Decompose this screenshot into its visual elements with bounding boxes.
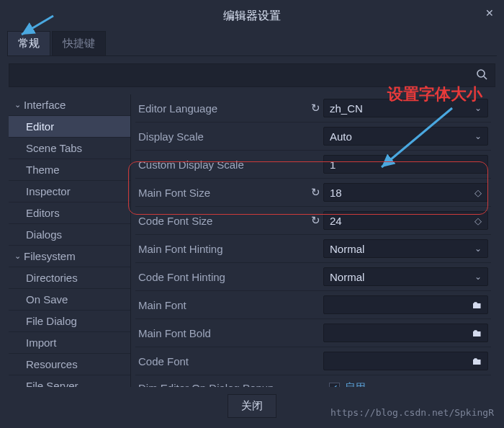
setting-label: Main Font Bold [138,327,307,339]
category-filesystem[interactable]: ⌄Filesystem [9,246,130,267]
setting-label: Custom Display Scale [138,159,307,171]
custom-display-scale-input[interactable]: 1 [323,155,488,174]
window-title: 编辑器设置 [223,9,281,22]
setting-label: Editor Language [138,102,307,115]
row-custom-display-scale: Custom Display Scale 1 [135,151,491,179]
setting-label: Main Font Hinting [138,243,307,255]
dim-editor-checkbox[interactable]: ✔启用 [323,380,488,387]
main-area: ⌄Interface Editor Scene Tabs Theme Inspe… [9,94,495,387]
titlebar: 编辑器设置 ✕ [7,6,497,31]
chevron-down-icon: ⌄ [474,131,482,141]
sidebar-item-resources[interactable]: Resources [9,354,130,375]
code-font-file-picker[interactable]: 🖿 [323,352,488,370]
setting-label: Code Font [138,355,307,367]
setting-label: Main Font [138,299,307,311]
row-main-font: Main Font 🖿 [135,291,491,319]
row-editor-language: Editor Language ↻ zh_CN⌄ [135,94,491,122]
search-icon [476,68,487,82]
category-interface[interactable]: ⌄Interface [9,94,130,116]
row-main-font-size: Main Font Size ↻ 18◇ [135,179,491,207]
sidebar-item-inspector[interactable]: Inspector [9,181,130,202]
caret-down-icon: ⌄ [14,251,21,261]
sidebar-item-on-save[interactable]: On Save [9,289,130,311]
window-close-button[interactable]: ✕ [485,7,494,19]
reset-icon[interactable]: ↻ [307,186,323,199]
setting-label: Code Font Size [138,215,307,227]
sidebar: ⌄Interface Editor Scene Tabs Theme Inspe… [9,94,131,387]
setting-label: Display Scale [138,130,307,143]
sidebar-item-directories[interactable]: Directories [9,267,130,289]
caret-down-icon: ⌄ [14,100,21,110]
main-font-file-picker[interactable]: 🖿 [323,295,488,314]
sidebar-item-editor[interactable]: Editor [9,116,130,138]
checkbox-icon: ✔ [329,383,340,387]
row-display-scale: Display Scale Auto⌄ [135,122,491,151]
folder-icon[interactable]: 🖿 [472,355,482,367]
tab-general[interactable]: 常规 [7,31,50,55]
reset-icon[interactable]: ↻ [307,214,323,227]
main-font-hinting-dropdown[interactable]: Normal⌄ [323,239,488,258]
settings-panel: Editor Language ↻ zh_CN⌄ Display Scale A… [131,94,495,387]
sidebar-item-file-dialog[interactable]: File Dialog [9,311,130,332]
setting-label: Main Font Size [138,187,307,199]
tabs: 常规 快捷键 [7,31,497,56]
folder-icon[interactable]: 🖿 [472,299,482,311]
folder-icon[interactable]: 🖿 [472,327,482,339]
sidebar-item-dialogs[interactable]: Dialogs [9,224,130,246]
sidebar-item-scene-tabs[interactable]: Scene Tabs [9,138,130,159]
main-font-size-spinner[interactable]: 18◇ [323,183,488,202]
row-code-font-size: Code Font Size ↻ 24◇ [135,207,491,235]
row-code-font-hinting: Code Font Hinting Normal⌄ [135,263,491,291]
search-bar[interactable] [9,63,495,87]
editor-language-dropdown[interactable]: zh_CN⌄ [323,99,488,117]
sidebar-item-import[interactable]: Import [9,332,130,354]
display-scale-dropdown[interactable]: Auto⌄ [323,127,488,146]
chevron-down-icon: ⌄ [474,244,482,254]
row-dim-editor-popup: Dim Editor On Dialog Popup ✔启用 [135,375,491,387]
chevron-down-icon: ⌄ [474,272,482,282]
spinner-icon[interactable]: ◇ [474,215,482,226]
row-code-font: Code Font 🖿 [135,347,491,375]
chevron-down-icon: ⌄ [474,103,482,113]
watermark: https://blog.csdn.net/SpkingR [330,407,494,418]
code-font-hinting-dropdown[interactable]: Normal⌄ [323,267,488,286]
reset-icon[interactable]: ↻ [307,102,323,115]
row-main-font-hinting: Main Font Hinting Normal⌄ [135,235,491,263]
code-font-size-spinner[interactable]: 24◇ [323,211,488,230]
tab-shortcuts[interactable]: 快捷键 [52,31,106,55]
sidebar-item-file-server[interactable]: File Server [9,375,130,387]
svg-line-1 [484,76,487,79]
main-font-bold-file-picker[interactable]: 🖿 [323,324,488,342]
sidebar-item-theme[interactable]: Theme [9,159,130,181]
svg-point-0 [477,70,485,77]
row-main-font-bold: Main Font Bold 🖿 [135,319,491,347]
setting-label: Dim Editor On Dialog Popup [138,382,307,387]
editor-settings-window: 编辑器设置 ✕ 常规 快捷键 ⌄Interface Editor Scene T… [0,0,504,428]
close-button[interactable]: 关闭 [228,394,276,418]
setting-label: Code Font Hinting [138,271,307,283]
search-input[interactable] [17,70,476,81]
sidebar-item-editors[interactable]: Editors [9,202,130,224]
spinner-icon[interactable]: ◇ [474,187,482,198]
